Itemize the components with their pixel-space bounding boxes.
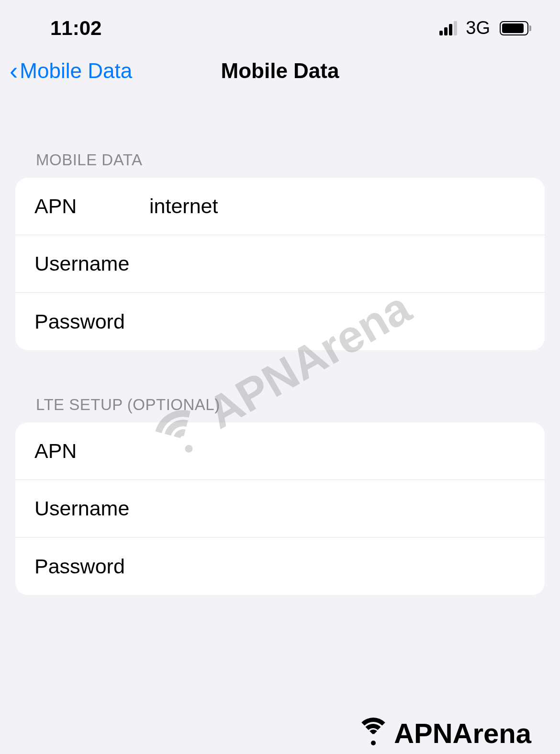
status-time: 11:02: [50, 17, 101, 40]
apn-row[interactable]: APN: [15, 178, 545, 235]
navigation-bar: ‹ Mobile Data Mobile Data: [0, 50, 560, 103]
lte-password-input[interactable]: [149, 555, 526, 578]
lte-username-input[interactable]: [149, 497, 526, 520]
password-row[interactable]: Password: [15, 293, 545, 350]
username-row[interactable]: Username: [15, 235, 545, 293]
back-button-label: Mobile Data: [20, 59, 132, 83]
lte-password-label: Password: [34, 555, 149, 578]
password-label: Password: [34, 310, 149, 333]
username-input[interactable]: [149, 252, 526, 275]
lte-username-label: Username: [34, 497, 149, 520]
page-title: Mobile Data: [221, 59, 339, 83]
apn-label: APN: [34, 194, 149, 218]
watermark-bottom: APNArena: [357, 717, 531, 749]
section-header-lte-setup: LTE SETUP (OPTIONAL): [0, 386, 560, 423]
apn-input[interactable]: [149, 194, 526, 218]
username-label: Username: [34, 252, 149, 275]
battery-icon: [500, 21, 531, 35]
lte-apn-row[interactable]: APN: [15, 423, 545, 480]
lte-username-row[interactable]: Username: [15, 480, 545, 537]
status-bar: 11:02 3G: [0, 0, 560, 50]
watermark-bottom-text: APNArena: [394, 717, 531, 749]
mobile-data-group: APN Username Password: [15, 178, 545, 350]
back-button[interactable]: ‹ Mobile Data: [10, 58, 132, 83]
status-indicators: 3G: [439, 18, 531, 38]
signal-strength-icon: [439, 21, 457, 35]
password-input[interactable]: [149, 310, 526, 333]
network-type-label: 3G: [466, 18, 490, 38]
lte-apn-input[interactable]: [149, 439, 526, 463]
lte-apn-label: APN: [34, 439, 149, 463]
section-header-mobile-data: MOBILE DATA: [0, 141, 560, 178]
content-area: MOBILE DATA APN Username Password LTE SE…: [0, 103, 560, 595]
chevron-left-icon: ‹: [10, 58, 18, 83]
lte-password-row[interactable]: Password: [15, 537, 545, 595]
lte-setup-group: APN Username Password: [15, 423, 545, 595]
wifi-icon: [357, 720, 390, 746]
